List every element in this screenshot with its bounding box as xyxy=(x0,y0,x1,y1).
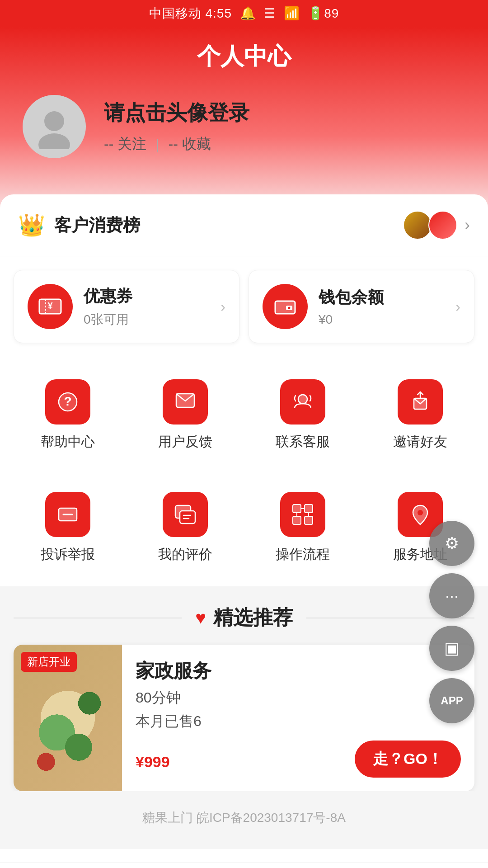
featured-header: ♥ 精选推荐 xyxy=(14,604,474,631)
menu-item-help[interactable]: ? 帮助中心 xyxy=(9,366,127,465)
featured-title-wrap: ♥ 精选推荐 xyxy=(182,604,306,631)
feedback-label: 用户反馈 xyxy=(158,433,212,451)
svg-rect-24 xyxy=(293,516,301,524)
svg-rect-23 xyxy=(305,505,313,513)
coupon-icon: ¥ xyxy=(38,294,63,319)
menu-item-invite[interactable]: 邀请好友 xyxy=(361,366,479,465)
product-duration: 80分钟 xyxy=(136,688,461,708)
product-card[interactable]: 新店开业 家政服务 80分钟 本月已售6 ¥999 走？GO！ xyxy=(14,645,474,791)
wallet-icon-wrap xyxy=(263,284,308,329)
wallet-title: 钱包余额 xyxy=(319,287,452,309)
ranking-avatar-2 xyxy=(428,211,457,240)
profile-section[interactable]: 请点击头像登录 -- 关注 | -- 收藏 xyxy=(0,95,488,185)
heart-icon: ♥ xyxy=(195,608,206,628)
process-label: 操作流程 xyxy=(276,545,330,564)
process-icon xyxy=(290,502,315,527)
product-sold: 本月已售6 xyxy=(136,712,461,731)
complaint-label: 投诉举报 xyxy=(41,545,95,564)
featured-title: 精选推荐 xyxy=(213,604,293,631)
featured-section: ♥ 精选推荐 新店开业 家政服务 80分钟 本月已售6 ¥999 xyxy=(0,586,488,849)
main-content: 👑 客户消费榜 › ¥ 优惠券 0张可用 › xyxy=(0,194,488,863)
cards-row: ¥ 优惠券 0张可用 › 钱包余额 ¥0 › xyxy=(0,256,488,357)
feedback-icon xyxy=(173,389,198,415)
ranking-avatars xyxy=(403,211,457,240)
review-icon-wrap xyxy=(163,492,208,537)
coupon-card[interactable]: ¥ 优惠券 0张可用 › xyxy=(14,270,239,343)
wallet-subtitle: ¥0 xyxy=(319,312,452,327)
product-info: 家政服务 80分钟 本月已售6 ¥999 走？GO！ xyxy=(122,645,474,791)
help-label: 帮助中心 xyxy=(41,433,95,451)
help-icon-wrap: ? xyxy=(45,379,90,425)
svg-point-7 xyxy=(288,307,291,309)
ranking-title: 客户消费榜 xyxy=(54,214,403,237)
complaint-icon-wrap xyxy=(45,492,90,537)
float-scan-button[interactable]: ▣ xyxy=(429,626,474,671)
svg-rect-19 xyxy=(180,511,195,524)
wallet-icon xyxy=(272,294,298,319)
help-icon: ? xyxy=(55,389,80,415)
svg-point-0 xyxy=(44,111,64,131)
favorite-count: -- 收藏 xyxy=(169,134,211,154)
coupon-title: 优惠券 xyxy=(84,285,217,307)
profile-login-prompt[interactable]: 请点击头像登录 xyxy=(104,99,249,127)
product-image-wrap: 新店开业 xyxy=(14,645,122,791)
feedback-icon-wrap xyxy=(163,379,208,425)
menu-item-complaint[interactable]: 投诉举报 xyxy=(9,478,127,577)
featured-divider-left xyxy=(14,618,182,618)
profile-info: 请点击头像登录 -- 关注 | -- 收藏 xyxy=(104,99,249,154)
menu-grid-row2: 投诉举报 我的评价 xyxy=(0,469,488,582)
stats-divider: | xyxy=(155,136,159,153)
coupon-chevron-icon: › xyxy=(221,298,225,315)
product-badge: 新店开业 xyxy=(21,652,77,672)
float-buttons: ⚙ ··· ▣ APP xyxy=(429,521,474,723)
price-symbol: ¥ xyxy=(136,753,144,770)
header: 个人中心 请点击头像登录 -- 关注 | -- 收藏 xyxy=(0,27,488,208)
float-chat-button[interactable]: ··· xyxy=(429,573,474,618)
ranking-chevron-icon: › xyxy=(465,216,470,235)
product-price: ¥999 xyxy=(136,745,170,773)
avatar[interactable] xyxy=(23,95,86,158)
float-app-button[interactable]: APP xyxy=(429,678,474,723)
menu-item-feedback[interactable]: 用户反馈 xyxy=(127,366,244,465)
product-name: 家政服务 xyxy=(136,658,461,684)
svg-point-1 xyxy=(38,133,70,149)
page-title: 个人中心 xyxy=(0,27,488,95)
complaint-icon xyxy=(55,502,80,527)
profile-stats: -- 关注 | -- 收藏 xyxy=(104,134,249,154)
service-icon-wrap xyxy=(280,379,325,425)
menu-grid-row1: ? 帮助中心 用户反馈 联系 xyxy=(0,357,488,469)
svg-point-29 xyxy=(418,510,423,515)
menu-item-process[interactable]: 操作流程 xyxy=(244,478,361,577)
crown-icon: 👑 xyxy=(18,212,45,238)
menu-item-review[interactable]: 我的评价 xyxy=(127,478,244,577)
follow-count: -- 关注 xyxy=(104,134,146,154)
coupon-text: 优惠券 0张可用 xyxy=(84,285,217,328)
svg-rect-25 xyxy=(305,516,313,524)
invite-icon-wrap xyxy=(398,379,443,425)
coupon-subtitle: 0张可用 xyxy=(84,311,217,328)
wallet-card[interactable]: 钱包余额 ¥0 › xyxy=(249,270,474,343)
price-number: 999 xyxy=(144,753,170,770)
float-settings-button[interactable]: ⚙ xyxy=(429,521,474,566)
coupon-icon-wrap: ¥ xyxy=(28,284,73,329)
process-icon-wrap xyxy=(280,492,325,537)
wallet-chevron-icon: › xyxy=(455,298,460,315)
invite-label: 邀请好友 xyxy=(393,433,447,451)
go-button[interactable]: 走？GO！ xyxy=(355,741,461,778)
product-bottom: ¥999 走？GO！ xyxy=(136,741,461,778)
bottom-nav: 🏠 首页 👨‍🍳 商家/师傅 🔍 发现 📋 订单 👤 我的 xyxy=(0,863,488,868)
menu-item-service[interactable]: 联系客服 xyxy=(244,366,361,465)
svg-text:¥: ¥ xyxy=(47,301,53,311)
invite-icon xyxy=(408,389,433,415)
service-icon xyxy=(290,389,315,415)
status-bar-content: 中国移动 4:55 🔔 ☰ 📶 🔋89 xyxy=(149,5,339,22)
status-bar: 中国移动 4:55 🔔 ☰ 📶 🔋89 xyxy=(0,0,488,27)
service-label: 联系客服 xyxy=(276,433,330,451)
review-icon xyxy=(173,502,198,527)
footer-icp: 糖果上门 皖ICP备2023013717号-8A xyxy=(14,791,474,835)
svg-point-11 xyxy=(298,395,307,404)
wallet-text: 钱包余额 ¥0 xyxy=(319,287,452,327)
svg-text:?: ? xyxy=(64,394,71,408)
ranking-section[interactable]: 👑 客户消费榜 › xyxy=(0,194,488,256)
svg-rect-22 xyxy=(293,505,301,513)
